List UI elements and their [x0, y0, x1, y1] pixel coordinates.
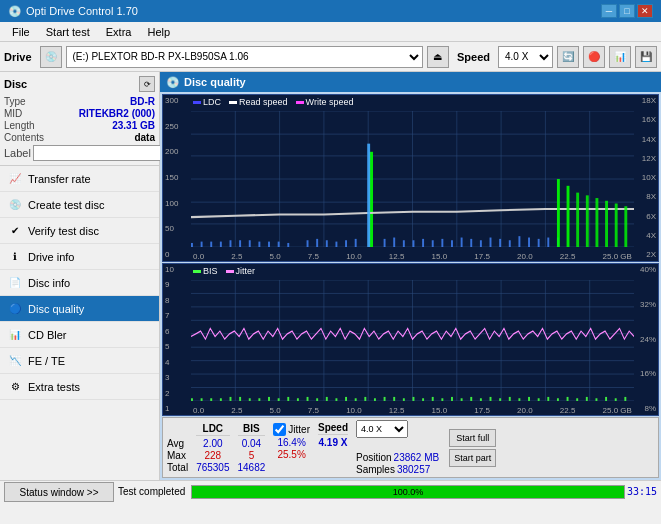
- svg-rect-91: [287, 397, 289, 401]
- samples-value: 380257: [397, 464, 430, 475]
- menu-start-test[interactable]: Start test: [38, 24, 98, 40]
- svg-rect-61: [624, 206, 627, 247]
- read-speed-legend-label: Read speed: [239, 97, 288, 107]
- stats-speed-select[interactable]: 4.0 X: [356, 420, 408, 438]
- svg-rect-90: [278, 398, 280, 401]
- disc-refresh-btn[interactable]: ⟳: [139, 76, 155, 92]
- disc-length-value: 23.31 GB: [112, 120, 155, 131]
- nav-extra-tests[interactable]: ⚙ Extra tests: [0, 374, 159, 400]
- svg-rect-93: [307, 397, 309, 401]
- disc-label-input[interactable]: [33, 145, 166, 161]
- write-speed-legend-dot: [296, 101, 304, 104]
- svg-rect-122: [586, 397, 588, 401]
- svg-rect-31: [335, 242, 337, 247]
- progress-bar-container: 100.0%: [191, 485, 625, 499]
- menu-extra[interactable]: Extra: [98, 24, 140, 40]
- drive-info-icon: ℹ: [8, 250, 22, 264]
- speed-select[interactable]: 4.0 X: [498, 46, 553, 68]
- nav-disc-info[interactable]: 📄 Disc info: [0, 270, 159, 296]
- svg-rect-48: [518, 236, 520, 247]
- disc-panel: Disc ⟳ Type BD-R MID RITEKBR2 (000) Leng…: [0, 72, 159, 166]
- drive-icon-btn[interactable]: 💿: [40, 46, 62, 68]
- svg-rect-84: [220, 398, 222, 401]
- content-header-icon: 💿: [166, 76, 180, 89]
- nav-extra-tests-label: Extra tests: [28, 381, 80, 393]
- menu-file[interactable]: File: [4, 24, 38, 40]
- read-speed-legend: Read speed: [229, 97, 288, 107]
- content-area: 💿 Disc quality LDC Read speed: [160, 72, 661, 480]
- svg-rect-55: [567, 186, 570, 247]
- disc-contents-value: data: [134, 132, 155, 143]
- start-part-button[interactable]: Start part: [449, 449, 496, 467]
- svg-rect-56: [576, 193, 579, 247]
- svg-rect-116: [528, 397, 530, 401]
- max-ldc: 228: [196, 450, 229, 461]
- nav-disc-quality-label: Disc quality: [28, 303, 84, 315]
- svg-rect-18: [210, 242, 212, 247]
- svg-rect-111: [480, 398, 482, 401]
- nav-verify-test-disc[interactable]: ✔ Verify test disc: [0, 218, 159, 244]
- app-icon: 💿: [8, 5, 22, 18]
- title-text: Opti Drive Control 1.70: [26, 5, 138, 17]
- app-title: 💿 Opti Drive Control 1.70: [8, 5, 138, 18]
- svg-rect-88: [258, 398, 260, 401]
- svg-rect-126: [624, 397, 626, 401]
- toolbar: Drive 💿 (E:) PLEXTOR BD-R PX-LB950SA 1.0…: [0, 42, 661, 72]
- maximize-button[interactable]: □: [619, 4, 635, 18]
- svg-rect-121: [576, 398, 578, 401]
- avg-speed: 4.19 X: [318, 437, 348, 448]
- svg-rect-22: [249, 240, 251, 247]
- nav-drive-info[interactable]: ℹ Drive info: [0, 244, 159, 270]
- avg-bis: 0.04: [238, 438, 266, 449]
- stats-speed-col: Speed 4.19 X: [318, 422, 348, 474]
- svg-rect-50: [538, 239, 540, 247]
- svg-rect-83: [210, 398, 212, 401]
- total-bis: 14682: [238, 462, 266, 473]
- svg-rect-33: [355, 239, 357, 247]
- speed-stat-header: Speed: [318, 422, 348, 435]
- svg-rect-92: [297, 398, 299, 401]
- drive-select[interactable]: (E:) PLEXTOR BD-R PX-LB950SA 1.06: [66, 46, 423, 68]
- svg-rect-119: [557, 398, 559, 401]
- svg-rect-32: [345, 240, 347, 247]
- svg-rect-109: [461, 398, 463, 401]
- menu-help[interactable]: Help: [139, 24, 178, 40]
- svg-rect-28: [307, 240, 309, 247]
- refresh-button[interactable]: 🔄: [557, 46, 579, 68]
- nav-create-test-disc[interactable]: 💿 Create test disc: [0, 192, 159, 218]
- main-layout: Disc ⟳ Type BD-R MID RITEKBR2 (000) Leng…: [0, 72, 661, 480]
- start-buttons: Start full Start part: [447, 429, 498, 467]
- svg-rect-124: [605, 397, 607, 401]
- jitter-legend-dot: [226, 270, 234, 273]
- nav-create-test-disc-label: Create test disc: [28, 199, 104, 211]
- chart2-svg: [191, 280, 634, 401]
- svg-rect-112: [490, 397, 492, 401]
- jitter-checkbox[interactable]: [273, 423, 286, 436]
- nav-transfer-rate-label: Transfer rate: [28, 173, 91, 185]
- svg-rect-94: [316, 398, 318, 401]
- chart-area: LDC Read speed Write speed 300 250 200: [160, 92, 661, 480]
- scan-button[interactable]: 📊: [609, 46, 631, 68]
- nav-disc-quality[interactable]: 🔵 Disc quality: [0, 296, 159, 322]
- minimize-button[interactable]: ─: [601, 4, 617, 18]
- burn-button[interactable]: 🔴: [583, 46, 605, 68]
- close-button[interactable]: ✕: [637, 4, 653, 18]
- nav-fe-te[interactable]: 📉 FE / TE: [0, 348, 159, 374]
- svg-rect-114: [509, 397, 511, 401]
- status-window-button[interactable]: Status window >>: [4, 482, 114, 502]
- disc-mid-value: RITEKBR2 (000): [79, 108, 155, 119]
- stats-ldc-col: LDC 2.00 228 765305: [196, 423, 229, 473]
- chart2-x-axis: 0.0 2.5 5.0 7.5 10.0 12.5 15.0 17.5 20.0…: [191, 406, 634, 415]
- save-button[interactable]: 💾: [635, 46, 657, 68]
- svg-rect-96: [335, 398, 337, 401]
- start-full-button[interactable]: Start full: [449, 429, 496, 447]
- disc-header: Disc ⟳: [4, 76, 155, 92]
- eject-button[interactable]: ⏏: [427, 46, 449, 68]
- nav-transfer-rate[interactable]: 📈 Transfer rate: [0, 166, 159, 192]
- svg-rect-97: [345, 397, 347, 401]
- chart1-svg: [191, 111, 634, 247]
- nav-cd-bler[interactable]: 📊 CD Bler: [0, 322, 159, 348]
- svg-rect-60: [615, 204, 618, 248]
- svg-rect-30: [326, 240, 328, 247]
- content-title: Disc quality: [184, 76, 246, 88]
